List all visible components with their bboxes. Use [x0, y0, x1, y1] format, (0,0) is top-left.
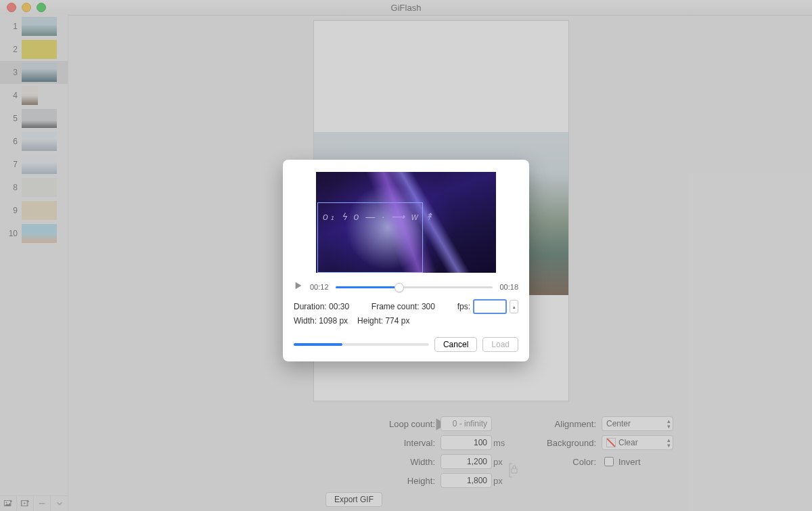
chevron-up-icon: ▴ — [510, 301, 518, 313]
video-height-label: Height: — [357, 316, 383, 326]
video-height-value: 774 px — [385, 316, 409, 326]
cancel-button[interactable]: Cancel — [434, 337, 477, 352]
duration-value: 00:30 — [329, 302, 349, 311]
fps-input[interactable] — [473, 299, 507, 314]
scrub-knob[interactable] — [394, 283, 404, 292]
video-crop-rectangle[interactable] — [317, 202, 423, 273]
video-import-dialog: o₁ ϟ o — · ⟶ w ↟ 00:12 00:18 Duration: 0… — [283, 160, 529, 361]
scrub-current-time: 00:12 — [310, 283, 329, 291]
fps-label: fps: — [457, 300, 470, 313]
video-width-label: Width: — [294, 316, 317, 326]
scrub-total-time: 00:18 — [499, 283, 518, 291]
frame-count-label: Frame count: — [371, 302, 420, 311]
frame-count-value: 300 — [422, 302, 435, 311]
video-width-value: 1098 px — [319, 316, 348, 326]
video-preview[interactable]: o₁ ϟ o — · ⟶ w ↟ — [316, 172, 496, 273]
scrub-slider[interactable] — [336, 282, 493, 292]
video-play-button[interactable] — [294, 281, 303, 292]
load-progress-bar — [294, 343, 429, 346]
load-button[interactable]: Load — [482, 337, 518, 352]
duration-label: Duration: — [294, 302, 327, 311]
fps-stepper[interactable]: ▴ ▾ — [510, 300, 518, 313]
play-icon — [294, 281, 303, 290]
